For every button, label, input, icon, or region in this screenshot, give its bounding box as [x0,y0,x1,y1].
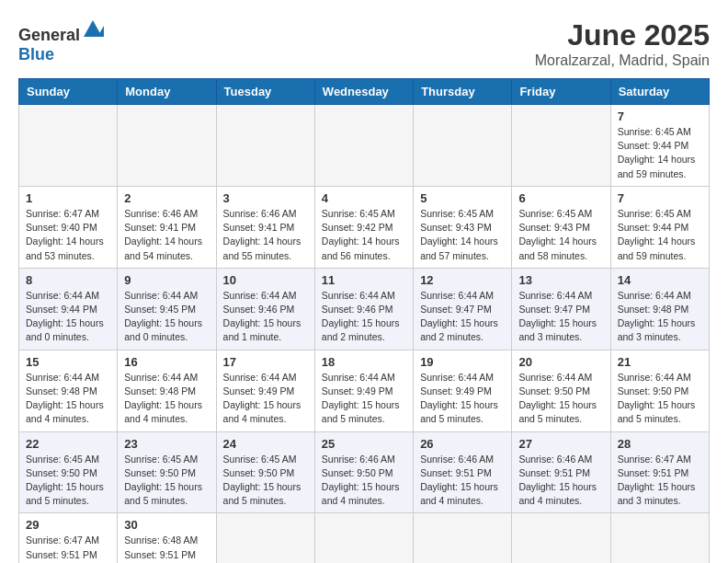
calendar-body: 7Sunrise: 6:45 AMSunset: 9:44 PMDaylight… [19,105,710,564]
calendar-cell: 20Sunrise: 6:44 AMSunset: 9:50 PMDayligh… [512,350,610,431]
day-number: 4 [322,191,406,205]
day-number: 13 [518,273,603,287]
calendar-cell: 26Sunrise: 6:46 AMSunset: 9:51 PMDayligh… [414,431,512,513]
calendar-cell: 11Sunrise: 6:44 AMSunset: 9:46 PMDayligh… [314,268,413,350]
calendar-cell: 14Sunrise: 6:44 AMSunset: 9:48 PMDayligh… [610,268,709,350]
calendar-week-5: 29Sunrise: 6:47 AMSunset: 9:51 PMDayligh… [19,513,710,563]
calendar-cell: 25Sunrise: 6:46 AMSunset: 9:50 PMDayligh… [314,431,413,513]
day-number: 28 [618,437,702,451]
calendar-cell: 4Sunrise: 6:45 AMSunset: 9:42 PMDaylight… [314,186,413,268]
calendar-cell: 3Sunrise: 6:46 AMSunset: 9:41 PMDaylight… [216,186,314,268]
day-info: Sunrise: 6:44 AMSunset: 9:49 PMDaylight:… [322,371,406,427]
day-info: Sunrise: 6:44 AMSunset: 9:48 PMDaylight:… [124,371,209,427]
calendar-cell: 18Sunrise: 6:44 AMSunset: 9:49 PMDayligh… [314,350,413,431]
day-number: 20 [518,355,603,369]
calendar-cell [610,513,709,563]
calendar-week-1: 1Sunrise: 6:47 AMSunset: 9:40 PMDaylight… [19,186,710,268]
day-info: Sunrise: 6:44 AMSunset: 9:46 PMDaylight:… [223,289,308,345]
calendar-week-0: 7Sunrise: 6:45 AMSunset: 9:44 PMDaylight… [19,105,710,187]
calendar-header: SundayMondayTuesdayWednesdayThursdayFrid… [19,79,710,105]
day-number: 16 [124,355,209,369]
calendar-cell: 7Sunrise: 6:45 AMSunset: 9:44 PMDaylight… [610,105,709,187]
day-info: Sunrise: 6:45 AMSunset: 9:42 PMDaylight:… [322,207,406,263]
day-info: Sunrise: 6:46 AMSunset: 9:50 PMDaylight:… [322,453,406,509]
day-info: Sunrise: 6:47 AMSunset: 9:51 PMDaylight:… [618,453,702,509]
calendar-cell: 28Sunrise: 6:47 AMSunset: 9:51 PMDayligh… [610,431,709,513]
day-number: 26 [420,437,505,451]
day-info: Sunrise: 6:45 AMSunset: 9:50 PMDaylight:… [124,453,209,509]
calendar: SundayMondayTuesdayWednesdayThursdayFrid… [18,78,710,563]
weekday-friday: Friday [512,79,610,105]
day-number: 5 [420,191,505,205]
day-info: Sunrise: 6:44 AMSunset: 9:45 PMDaylight:… [124,289,209,345]
calendar-cell: 7Sunrise: 6:45 AMSunset: 9:44 PMDaylight… [610,186,709,268]
calendar-cell: 15Sunrise: 6:44 AMSunset: 9:48 PMDayligh… [19,350,118,431]
day-number: 3 [223,191,308,205]
calendar-cell: 5Sunrise: 6:45 AMSunset: 9:43 PMDaylight… [414,186,512,268]
day-number: 7 [618,191,702,205]
logo-general: General [18,26,80,44]
day-number: 21 [618,355,702,369]
location-title: Moralzarzal, Madrid, Spain [535,52,710,69]
day-number: 25 [322,437,406,451]
calendar-cell: 9Sunrise: 6:44 AMSunset: 9:45 PMDaylight… [118,268,216,350]
day-info: Sunrise: 6:45 AMSunset: 9:44 PMDaylight:… [618,207,702,263]
calendar-cell: 16Sunrise: 6:44 AMSunset: 9:48 PMDayligh… [118,350,216,431]
header: General Blue June 2025 Moralzarzal, Madr… [18,18,710,69]
day-info: Sunrise: 6:44 AMSunset: 9:46 PMDaylight:… [322,289,406,345]
calendar-cell: 23Sunrise: 6:45 AMSunset: 9:50 PMDayligh… [118,431,216,513]
calendar-cell: 13Sunrise: 6:44 AMSunset: 9:47 PMDayligh… [512,268,610,350]
month-title: June 2025 [535,18,710,52]
calendar-cell [314,105,413,187]
day-number: 14 [618,273,702,287]
weekday-thursday: Thursday [414,79,512,105]
calendar-cell [414,513,512,563]
weekday-sunday: Sunday [19,79,118,105]
day-number: 29 [26,518,110,532]
day-number: 8 [26,273,110,287]
weekday-saturday: Saturday [610,79,709,105]
logo-blue: Blue [18,45,54,63]
calendar-cell: 21Sunrise: 6:44 AMSunset: 9:50 PMDayligh… [610,350,709,431]
day-number: 9 [124,273,209,287]
calendar-cell: 8Sunrise: 6:44 AMSunset: 9:44 PMDaylight… [19,268,118,350]
day-number: 15 [26,355,110,369]
day-number: 17 [223,355,308,369]
day-number: 24 [223,437,308,451]
day-number: 11 [322,273,406,287]
day-number: 1 [26,191,110,205]
day-number: 18 [322,355,406,369]
calendar-cell [216,513,314,563]
calendar-cell: 24Sunrise: 6:45 AMSunset: 9:50 PMDayligh… [216,431,314,513]
calendar-cell [314,513,413,563]
calendar-cell: 22Sunrise: 6:45 AMSunset: 9:50 PMDayligh… [19,431,118,513]
calendar-cell: 10Sunrise: 6:44 AMSunset: 9:46 PMDayligh… [216,268,314,350]
day-info: Sunrise: 6:44 AMSunset: 9:48 PMDaylight:… [618,289,702,345]
calendar-cell [216,105,314,187]
weekday-wednesday: Wednesday [314,79,413,105]
calendar-cell: 29Sunrise: 6:47 AMSunset: 9:51 PMDayligh… [19,513,118,563]
day-number: 19 [420,355,505,369]
day-number: 2 [124,191,209,205]
day-number: 10 [223,273,308,287]
day-info: Sunrise: 6:46 AMSunset: 9:41 PMDaylight:… [124,207,209,263]
day-number: 23 [124,437,209,451]
day-number: 7 [618,109,702,123]
day-info: Sunrise: 6:44 AMSunset: 9:49 PMDaylight:… [223,371,308,427]
weekday-monday: Monday [118,79,216,105]
calendar-cell: 19Sunrise: 6:44 AMSunset: 9:49 PMDayligh… [414,350,512,431]
calendar-cell: 27Sunrise: 6:46 AMSunset: 9:51 PMDayligh… [512,431,610,513]
day-info: Sunrise: 6:44 AMSunset: 9:48 PMDaylight:… [26,371,110,427]
weekday-header-row: SundayMondayTuesdayWednesdayThursdayFrid… [19,79,710,105]
calendar-week-2: 8Sunrise: 6:44 AMSunset: 9:44 PMDaylight… [19,268,710,350]
day-info: Sunrise: 6:47 AMSunset: 9:40 PMDaylight:… [26,207,110,263]
calendar-cell: 17Sunrise: 6:44 AMSunset: 9:49 PMDayligh… [216,350,314,431]
day-info: Sunrise: 6:45 AMSunset: 9:43 PMDaylight:… [420,207,505,263]
calendar-cell [512,513,610,563]
calendar-cell: 2Sunrise: 6:46 AMSunset: 9:41 PMDaylight… [118,186,216,268]
day-info: Sunrise: 6:45 AMSunset: 9:50 PMDaylight:… [223,453,308,509]
day-info: Sunrise: 6:45 AMSunset: 9:43 PMDaylight:… [518,207,603,263]
day-number: 22 [26,437,110,451]
calendar-cell [118,105,216,187]
calendar-cell: 30Sunrise: 6:48 AMSunset: 9:51 PMDayligh… [118,513,216,563]
